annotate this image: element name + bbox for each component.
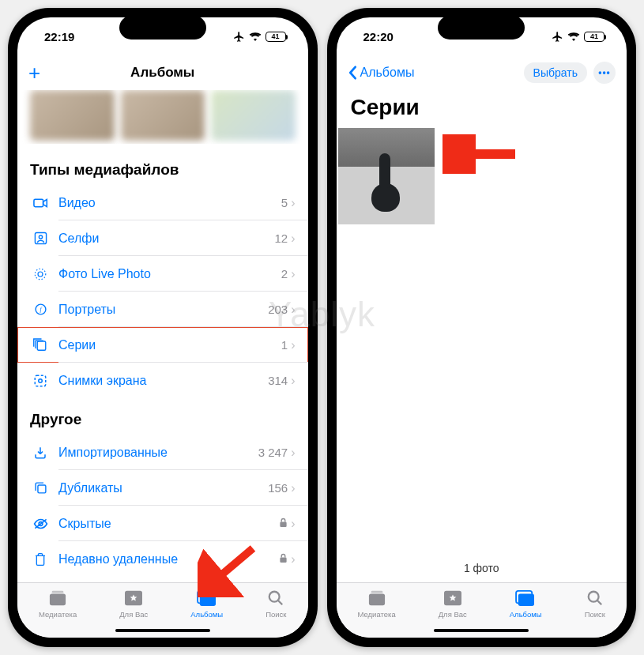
row-live-photo[interactable]: Фото Live Photo 2 ›: [17, 256, 308, 292]
tab-label: Для Вас: [439, 610, 467, 619]
wifi-icon: [567, 32, 580, 41]
chevron-right-icon: ›: [291, 267, 295, 281]
portrait-icon: f: [30, 303, 51, 316]
duplicates-icon: [30, 481, 51, 495]
status-time: 22:19: [44, 30, 74, 43]
status-time: 22:20: [363, 30, 394, 43]
home-indicator[interactable]: [115, 629, 210, 632]
lock-icon: [279, 552, 288, 566]
ellipsis-icon: •••: [598, 67, 611, 78]
live-photo-icon: [30, 267, 51, 281]
dynamic-island: [438, 16, 525, 40]
for-you-icon: [443, 588, 462, 608]
add-button[interactable]: +: [28, 61, 40, 85]
tab-search[interactable]: Поиск: [266, 588, 286, 638]
row-label: Снимки экрана: [58, 374, 268, 388]
battery-icon: 41: [266, 32, 286, 42]
chevron-right-icon: ›: [291, 303, 295, 317]
person-thumb[interactable]: [121, 90, 205, 141]
hidden-icon: [30, 518, 51, 530]
row-count: 314: [268, 374, 288, 387]
dynamic-island: [119, 16, 206, 40]
svg-line-21: [278, 600, 283, 605]
row-label: Скрытые: [58, 517, 279, 531]
wifi-icon: [249, 32, 262, 41]
import-icon: [30, 446, 51, 460]
map-thumb[interactable]: [211, 90, 296, 141]
photo-grid: [337, 128, 627, 224]
svg-rect-7: [37, 341, 46, 350]
nav-title: Альбомы: [130, 65, 194, 81]
row-label: Серии: [58, 338, 281, 352]
tab-label: Поиск: [585, 610, 605, 619]
screen: 22:20 41 Альбомы Выбрать ••• Серии: [337, 17, 627, 638]
photo-thumbnail[interactable]: [338, 128, 435, 224]
svg-text:f: f: [40, 306, 43, 313]
svg-rect-15: [50, 594, 66, 606]
svg-rect-23: [371, 591, 382, 593]
row-screenshots[interactable]: Снимки экрана 314 ›: [17, 363, 308, 398]
row-hidden[interactable]: Скрытые ›: [17, 506, 308, 541]
albums-content[interactable]: Типы медиафайлов Видео 5 › Селфи 12 › Фо…: [17, 90, 308, 582]
row-bursts[interactable]: Серии 1 ›: [17, 327, 308, 363]
svg-rect-0: [33, 199, 43, 206]
chevron-right-icon: ›: [291, 338, 295, 352]
row-count: 3 247: [258, 446, 288, 459]
status-right: 41: [233, 31, 286, 43]
tab-label: Медиатека: [357, 610, 395, 619]
row-imported[interactable]: Импортированные 3 247 ›: [17, 435, 308, 470]
tab-library[interactable]: Медиатека: [39, 588, 77, 638]
row-count: 203: [268, 303, 288, 316]
phone-right: 22:20 41 Альбомы Выбрать ••• Серии: [327, 8, 637, 647]
people-places-thumbs[interactable]: [17, 90, 308, 144]
row-label: Видео: [58, 196, 281, 210]
svg-rect-22: [368, 594, 384, 606]
chevron-right-icon: ›: [291, 481, 295, 495]
screenshot-icon: [30, 374, 51, 388]
screen: 22:19 41 + Альбомы Типы медиафайлов Виде…: [17, 17, 308, 638]
row-count: 5: [281, 196, 288, 209]
row-count: 156: [268, 481, 288, 495]
section-other: Другое: [17, 398, 308, 435]
library-icon: [367, 588, 387, 608]
section-media-types: Типы медиафайлов: [17, 149, 308, 185]
tab-library[interactable]: Медиатека: [357, 588, 395, 638]
svg-line-28: [597, 600, 602, 605]
burst-icon: [30, 338, 51, 352]
row-portraits[interactable]: f Портреты 203 ›: [17, 292, 308, 327]
svg-point-20: [269, 592, 280, 602]
lock-icon: [279, 517, 288, 530]
status-right: 41: [552, 31, 604, 43]
svg-rect-13: [281, 522, 287, 527]
tab-label: Медиатека: [39, 610, 77, 619]
more-button[interactable]: •••: [593, 62, 616, 84]
search-icon: [586, 588, 604, 608]
row-duplicates[interactable]: Дубликаты 156 ›: [17, 470, 308, 506]
selfie-icon: [30, 232, 51, 245]
svg-point-4: [35, 269, 46, 280]
row-count: 2: [281, 267, 288, 280]
row-recently-deleted[interactable]: Недавно удаленные ›: [17, 541, 308, 577]
photo-content: [367, 141, 406, 212]
video-icon: [30, 198, 51, 209]
row-label: Недавно удаленные: [58, 552, 279, 567]
back-button[interactable]: Альбомы: [348, 66, 415, 80]
row-label: Селфи: [58, 232, 274, 246]
svg-point-2: [39, 235, 42, 239]
chevron-right-icon: ›: [291, 232, 295, 246]
tab-search[interactable]: Поиск: [585, 588, 605, 638]
bursts-content[interactable]: 1 фото: [337, 128, 627, 582]
svg-point-27: [589, 592, 599, 602]
svg-point-9: [39, 378, 43, 382]
row-label: Фото Live Photo: [58, 267, 281, 281]
home-indicator[interactable]: [434, 629, 529, 632]
row-video[interactable]: Видео 5 ›: [17, 185, 308, 220]
nav-bar: Альбомы Выбрать •••: [337, 55, 627, 90]
svg-rect-8: [35, 375, 46, 386]
select-button[interactable]: Выбрать: [524, 62, 587, 83]
row-count: 12: [274, 232, 288, 245]
row-selfies[interactable]: Селфи 12 ›: [17, 220, 308, 256]
for-you-icon: [124, 588, 143, 608]
person-thumb[interactable]: [30, 90, 115, 141]
tab-label: Альбомы: [190, 610, 223, 619]
